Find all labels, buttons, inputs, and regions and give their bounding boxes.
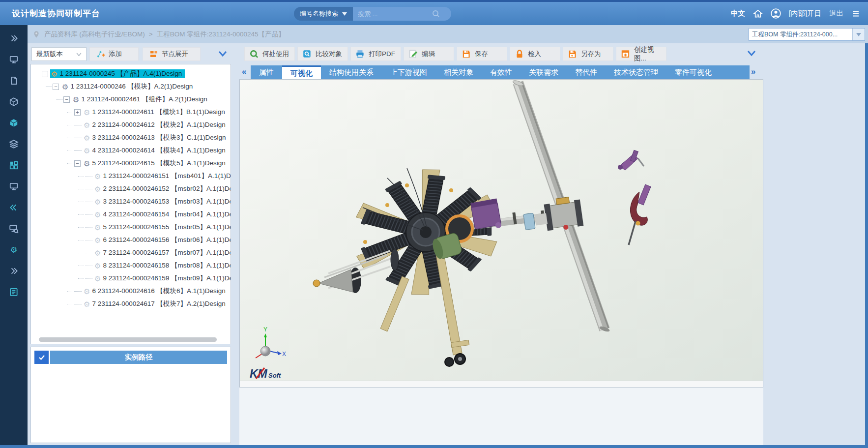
tree-item-label: 9 231124-0000246159 【msbr09】A.1(1)Design bbox=[103, 274, 231, 283]
tree-connector bbox=[46, 87, 52, 87]
gear-icon[interactable]: ⚙ bbox=[8, 244, 19, 255]
tab-1[interactable]: 属性 bbox=[251, 65, 282, 79]
breadcrumb-location[interactable]: 产品资料库 (高科电子行业/EBOM) bbox=[44, 30, 145, 39]
3d-viewport[interactable]: Y X KM Soft bbox=[239, 79, 763, 388]
part-gear-icon: ⚙ bbox=[73, 96, 79, 103]
node-expand-button[interactable]: 节点展开 bbox=[143, 47, 201, 61]
tree-row[interactable]: −⚙1 231124-0000246 【模块】A.2(1)Design bbox=[31, 80, 231, 93]
language-switch[interactable]: 中文 bbox=[731, 9, 745, 18]
create-view-icon bbox=[621, 49, 631, 59]
collapse-icon[interactable]: − bbox=[74, 160, 81, 167]
context-object-selector[interactable]: 工程BOM 零组件:231124-000... bbox=[749, 28, 865, 41]
tree-connector bbox=[67, 163, 73, 164]
collapse-icon[interactable]: − bbox=[63, 96, 70, 103]
tree-row[interactable]: ⚙3 231124-0000246153 【msbr03】A.1(1)Desig… bbox=[31, 195, 231, 208]
print-pdf-button[interactable]: 打印PDF bbox=[350, 47, 401, 61]
tree-row[interactable]: ⚙9 231124-0000246159 【msbr09】A.1(1)Desig… bbox=[31, 272, 231, 285]
collapse-icon[interactable]: − bbox=[53, 84, 59, 90]
tree-hscrollbar[interactable] bbox=[39, 337, 217, 342]
tree-connector bbox=[78, 240, 84, 240]
version-select-value: 最新版本 bbox=[36, 50, 63, 59]
tree-connector bbox=[35, 74, 41, 74]
save-as-button[interactable]: 另存为 bbox=[563, 47, 613, 61]
tree-row[interactable]: ⚙6 231124-000024616 【模块6】A.1(1)Design bbox=[31, 285, 231, 298]
where-used-button[interactable]: 何处使用 bbox=[244, 47, 295, 61]
edit-icon bbox=[408, 49, 418, 59]
action-toolbar: 何处使用比较对象打印PDF编辑保存检入另存为创建视图... bbox=[244, 47, 666, 61]
instance-path-title[interactable]: 实例路径 bbox=[50, 351, 227, 364]
tree-row[interactable]: ⚙2 231124-000024612 【模块2】A.1(1)Design bbox=[31, 119, 231, 131]
panel-collapse-chevron-icon[interactable] bbox=[217, 50, 228, 58]
expand-icon[interactable]: + bbox=[74, 109, 81, 116]
logout-link[interactable]: 退出 bbox=[829, 9, 843, 18]
collapse-icon[interactable]: − bbox=[42, 71, 48, 77]
current-user-label[interactable]: [内部]开目 bbox=[789, 9, 821, 18]
chevrons-left-icon[interactable] bbox=[8, 202, 19, 213]
search-icon[interactable] bbox=[432, 9, 440, 18]
display-icon[interactable] bbox=[8, 181, 19, 192]
caret-down-icon[interactable] bbox=[852, 29, 865, 40]
part-gear-icon: ⚙ bbox=[94, 237, 101, 244]
tree-row[interactable]: ⚙2 231124-0000246152 【msbr02】A.1(1)Desig… bbox=[31, 182, 231, 195]
tree-row[interactable]: ⚙4 231124-000024614 【模块4】A.1(1)Design bbox=[31, 144, 231, 157]
tree-row[interactable]: ⚙1 231124-0000246151 【msb401】A.1(1)Desig… bbox=[31, 170, 231, 182]
tree-row[interactable]: ⚙6 231124-0000246156 【msbr06】A.1(1)Desig… bbox=[31, 234, 231, 246]
tab-4[interactable]: 上下游视图 bbox=[382, 65, 435, 79]
tab-9[interactable]: 技术状态管理 bbox=[606, 65, 666, 79]
detached-bracket bbox=[618, 150, 644, 170]
modules-grid-icon[interactable] bbox=[8, 160, 19, 171]
tree-row[interactable]: −⚙1 231124-0000245 【产品】A.4(1)Design bbox=[31, 67, 231, 80]
tab-6[interactable]: 有效性 bbox=[482, 65, 521, 79]
edit-button[interactable]: 编辑 bbox=[404, 47, 454, 61]
breadcrumb-current: 工程BOM 零组件:231124-0000245【产品】 bbox=[157, 30, 285, 39]
menu-icon[interactable] bbox=[851, 9, 860, 18]
tab-8[interactable]: 替代件 bbox=[567, 65, 606, 79]
save-button[interactable]: 保存 bbox=[457, 47, 507, 61]
add-button[interactable]: 添加 bbox=[89, 47, 139, 61]
tree-row[interactable]: ⚙8 231124-0000246158 【msbr08】A.1(1)Desig… bbox=[31, 259, 231, 272]
tree-row[interactable]: ⚙7 231124-0000246157 【msbr07】A.1(1)Desig… bbox=[31, 246, 231, 259]
instance-path-header: 实例路径 bbox=[34, 351, 227, 364]
tab-3[interactable]: 结构使用关系 bbox=[321, 65, 382, 79]
check-in-button[interactable]: 检入 bbox=[510, 47, 560, 61]
search-input[interactable] bbox=[358, 10, 432, 18]
create-view-button[interactable]: 创建视图... bbox=[616, 47, 666, 61]
toolbar-collapse-chevron-icon[interactable] bbox=[746, 50, 757, 58]
search-mode-dropdown[interactable]: 编号名称搜索 bbox=[294, 7, 353, 21]
monitor-icon[interactable] bbox=[8, 54, 19, 65]
chevron-down-icon bbox=[76, 53, 82, 56]
home-icon[interactable] bbox=[753, 9, 763, 19]
tree-item-label: 1 231124-00002461 【组件】A.2(1)Design bbox=[81, 95, 207, 104]
compare-button[interactable]: 比较对象 bbox=[297, 47, 348, 61]
viewport-scrollbar[interactable] bbox=[240, 381, 763, 387]
tabs-scroll-left-icon[interactable]: « bbox=[242, 67, 246, 77]
tree-row[interactable]: ⚙4 231124-0000246154 【msbr04】A.1(1)Desig… bbox=[31, 208, 231, 221]
chevrons-right2-icon[interactable] bbox=[8, 266, 19, 276]
tree-row[interactable]: ⚙3 231124-000024613 【模块3】C.1(1)Design bbox=[31, 131, 231, 144]
cube-icon[interactable] bbox=[8, 118, 19, 128]
tab-5[interactable]: 相关对象 bbox=[435, 65, 482, 79]
tab-7[interactable]: 关联需求 bbox=[521, 65, 567, 79]
tree-row[interactable]: ⚙5 231124-0000246155 【msbr05】A.1(1)Desig… bbox=[31, 221, 231, 234]
compare-icon bbox=[302, 49, 312, 59]
tab-2[interactable]: 可视化 bbox=[282, 65, 321, 79]
tree-row[interactable]: +⚙1 231124-000024611 【模块1】B.1(1)Design bbox=[31, 106, 231, 119]
check-icon bbox=[38, 355, 45, 360]
part-gear-icon: ⚙ bbox=[94, 211, 101, 218]
chevrons-right-icon[interactable] bbox=[8, 33, 19, 44]
tab-10[interactable]: 零件可视化 bbox=[666, 65, 720, 79]
user-avatar-icon[interactable] bbox=[771, 8, 781, 19]
instance-path-checkbox[interactable] bbox=[34, 351, 49, 364]
tree-row[interactable]: ⚙7 231124-000024617 【模块7】A.2(1)Design bbox=[31, 298, 231, 310]
tree-row[interactable]: −⚙5 231124-000024615 【模块5】A.1(1)Design bbox=[31, 157, 231, 170]
layers-icon[interactable] bbox=[8, 139, 19, 149]
file-icon[interactable] bbox=[8, 75, 19, 86]
version-select[interactable]: 最新版本 bbox=[31, 47, 87, 61]
tree-connector bbox=[85, 266, 92, 266]
box-3d-icon[interactable] bbox=[8, 96, 19, 107]
list-icon[interactable] bbox=[8, 287, 19, 298]
tree-connector bbox=[85, 278, 92, 279]
tabs-scroll-right-icon[interactable]: » bbox=[751, 67, 755, 77]
tree-row[interactable]: −⚙1 231124-00002461 【组件】A.2(1)Design bbox=[31, 93, 231, 106]
monitor-search-icon[interactable] bbox=[8, 223, 19, 234]
